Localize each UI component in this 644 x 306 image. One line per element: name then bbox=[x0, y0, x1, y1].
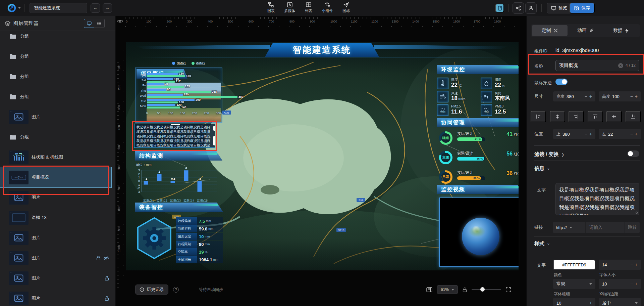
undo-button[interactable]: ← bbox=[91, 3, 100, 13]
font-size-stepper[interactable]: 14 −+ bbox=[599, 260, 641, 270]
text-textarea[interactable]: 我是项目概况我是项目概况我是项目概况我是项目概况我是项目概况我是项目概况我是项目… bbox=[555, 183, 639, 215]
align-top-button[interactable] bbox=[588, 111, 603, 122]
name-input[interactable]: 项目概况 ✕ 4 / 12 bbox=[555, 60, 639, 71]
link-jump-button[interactable]: 跳转 bbox=[625, 222, 640, 233]
layer-item-group[interactable]: 分组 bbox=[0, 87, 115, 107]
app-logo[interactable] bbox=[7, 4, 16, 12]
panel-project-overview[interactable]: 项目概况 Sun130160Sat110117Fri70155Thu80268W… bbox=[135, 68, 222, 123]
top-stepper[interactable]: 上380 −+ bbox=[553, 129, 595, 139]
layer-item-group[interactable]: 分组 bbox=[0, 127, 115, 147]
thumbnail-view-button[interactable] bbox=[84, 19, 94, 28]
minus-icon[interactable]: − bbox=[630, 262, 633, 267]
align-center-horizontal-button[interactable] bbox=[550, 111, 565, 122]
eye-off-icon[interactable] bbox=[103, 256, 109, 261]
share-button[interactable] bbox=[513, 2, 524, 14]
collaborate-button[interactable] bbox=[525, 2, 537, 14]
left-stepper[interactable]: 左22 −+ bbox=[599, 129, 641, 139]
redo-button[interactable]: → bbox=[103, 3, 112, 13]
minus-icon[interactable]: − bbox=[585, 94, 587, 99]
selected-text-component[interactable]: 我是项目概况我是项目概况我是项目概况我是项目概况我是项目概况我是项目概况我是项目… bbox=[134, 124, 215, 148]
layer-item-图片[interactable]: ⋯图片 bbox=[0, 187, 115, 208]
link-protocol-select[interactable]: http:// bbox=[553, 222, 585, 233]
panel-toggle-button[interactable] bbox=[426, 287, 432, 292]
tab-animation[interactable]: 动画 bbox=[568, 25, 603, 36]
asset-library-button[interactable] bbox=[495, 4, 504, 12]
help-icon[interactable]: ? bbox=[173, 287, 179, 293]
filter-toggle[interactable] bbox=[627, 150, 639, 157]
minus-icon[interactable]: − bbox=[585, 300, 587, 306]
preview-button[interactable]: 预览 bbox=[547, 3, 572, 13]
layer-item-图片[interactable]: ⋯图片 bbox=[0, 268, 115, 288]
panel-structure-monitor[interactable]: 结构监测 单位：mm -3-2-10123-1监测点12监测点2-0.5监测点3… bbox=[135, 151, 222, 205]
clear-icon[interactable]: ✕ bbox=[618, 63, 623, 68]
minus-icon[interactable]: − bbox=[585, 131, 587, 137]
logo-chevron-down-icon[interactable] bbox=[18, 7, 21, 9]
layer-item-group[interactable]: 分组 bbox=[0, 46, 115, 67]
toolbar-table-button[interactable]: 列表 bbox=[302, 0, 315, 16]
panel-video-monitor[interactable]: 监控视频 bbox=[437, 185, 519, 269]
panel-collaboration[interactable]: 协同管理 猫道实际/设计41 %41 /100主缆实际/设计56 %56 /10… bbox=[437, 118, 519, 184]
layer-item-图片[interactable]: ⋯图片 bbox=[0, 288, 115, 306]
project-name-input[interactable]: 智能建造系统 bbox=[30, 3, 87, 13]
minus-icon[interactable]: − bbox=[630, 94, 633, 99]
align-select[interactable]: 居中 bbox=[599, 298, 641, 306]
panel-environment-monitor[interactable]: 环境监控 温度22 ℃湿度22 %风速18 Km/h风向东南风PM2.5PM2.… bbox=[437, 65, 519, 118]
scrollbar-handle[interactable] bbox=[213, 136, 215, 145]
mouse-through-toggle[interactable] bbox=[555, 79, 568, 85]
plus-icon[interactable]: + bbox=[635, 281, 638, 287]
font-weight-select[interactable]: 常规 bbox=[553, 279, 595, 289]
layer-item-柱状图 & 折线图[interactable]: ⋯柱状图 & 折线图 bbox=[0, 147, 115, 167]
lock-icon[interactable] bbox=[96, 256, 101, 261]
tab-customize[interactable]: 定制 bbox=[532, 25, 568, 36]
align-left-button[interactable] bbox=[531, 111, 546, 122]
lock-open-icon[interactable] bbox=[463, 287, 467, 292]
minus-icon[interactable]: − bbox=[630, 281, 633, 287]
layer-item-图片[interactable]: ⋯图片 bbox=[0, 248, 115, 268]
drag-handle[interactable] bbox=[171, 124, 180, 125]
layer-item-图片[interactable]: ⋯图片 bbox=[0, 107, 115, 127]
y-padding-stepper[interactable]: 10 −+ bbox=[553, 298, 595, 306]
align-center-vertical-button[interactable] bbox=[606, 111, 622, 122]
toolbar-widget-button[interactable]: 小组件 bbox=[321, 0, 334, 16]
info-section[interactable]: 信息∨ bbox=[534, 165, 550, 172]
align-bottom-button[interactable] bbox=[626, 111, 641, 122]
filter-transform-section[interactable]: 滤镜 / 变换❯ bbox=[534, 151, 565, 158]
layer-item-边框-13[interactable]: ⋯边框-13 bbox=[0, 208, 115, 228]
tab-data[interactable]: 数据 bbox=[603, 25, 639, 36]
style-section[interactable]: 样式∨ bbox=[534, 241, 550, 247]
layer-item-项目概况[interactable]: ⋯····字····项目概况 bbox=[0, 167, 111, 187]
plus-icon[interactable]: + bbox=[635, 262, 638, 267]
plus-icon[interactable]: + bbox=[635, 131, 638, 137]
plus-icon[interactable]: + bbox=[589, 300, 592, 306]
layer-list-scroll[interactable]: 分组分组分组分组⋯图片分组⋯柱状图 & 折线图⋯····字····项目概况⋯图片… bbox=[0, 31, 115, 306]
layer-item-group[interactable]: 分组 bbox=[0, 31, 115, 46]
layer-item-group[interactable]: 分组 bbox=[0, 67, 115, 87]
dashboard-design[interactable]: G25 S14 S216 G15 智能建造系统 data1data2 项目概况 … bbox=[126, 42, 519, 270]
x-padding-stepper[interactable]: 10 −+ bbox=[599, 279, 641, 289]
layer-item-图片[interactable]: ⋯图片 bbox=[0, 228, 115, 248]
color-swatch[interactable]: #FFFFFFD9 bbox=[553, 260, 595, 270]
scrollbar-handle[interactable] bbox=[213, 126, 215, 131]
toolbar-chart-button[interactable]: 图表 bbox=[264, 0, 278, 16]
save-button[interactable]: 保存 bbox=[570, 3, 595, 13]
plus-icon[interactable]: + bbox=[589, 131, 592, 137]
plus-icon[interactable]: + bbox=[635, 94, 638, 99]
video-frame[interactable] bbox=[439, 198, 519, 267]
toolbar-paper-plane-button[interactable]: 图标 bbox=[339, 0, 353, 16]
lock-icon[interactable] bbox=[105, 276, 109, 281]
list-view-button[interactable] bbox=[94, 19, 105, 28]
height-stepper[interactable]: 高度100 −+ bbox=[599, 91, 641, 101]
editor-canvas[interactable]: 0100200300400500600700800900100011001200… bbox=[116, 16, 527, 306]
link-url-input[interactable]: 请输入 bbox=[586, 222, 625, 233]
toolbar-media-button[interactable]: 多媒体 bbox=[283, 0, 297, 16]
slider-thumb[interactable] bbox=[480, 287, 485, 292]
plus-icon[interactable]: + bbox=[589, 94, 592, 99]
lock-icon[interactable] bbox=[105, 296, 109, 301]
history-button[interactable]: 历史记录 bbox=[135, 285, 168, 295]
align-right-button[interactable] bbox=[569, 111, 584, 122]
zoom-level-select[interactable]: 61% bbox=[437, 285, 458, 294]
minus-icon[interactable]: − bbox=[630, 131, 633, 137]
width-stepper[interactable]: 宽度380 −+ bbox=[553, 91, 595, 101]
fullscreen-icon[interactable] bbox=[506, 287, 511, 292]
panel-equipment-control[interactable]: 装备智控 行程偏差7.5mm当 bbox=[135, 203, 223, 266]
